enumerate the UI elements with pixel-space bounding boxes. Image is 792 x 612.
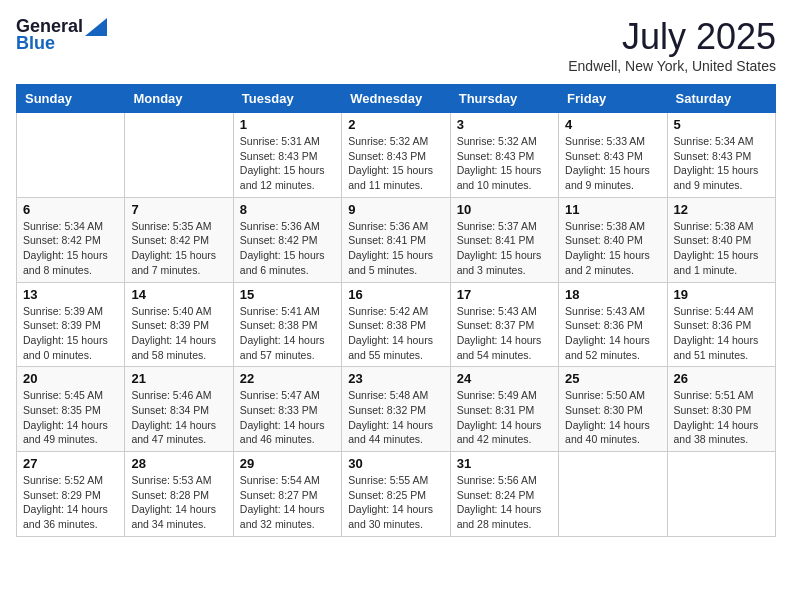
calendar-cell: 27Sunrise: 5:52 AM Sunset: 8:29 PM Dayli… (17, 452, 125, 537)
day-number: 11 (565, 202, 660, 217)
day-info: Sunrise: 5:33 AM Sunset: 8:43 PM Dayligh… (565, 134, 660, 193)
calendar-week-row: 20Sunrise: 5:45 AM Sunset: 8:35 PM Dayli… (17, 367, 776, 452)
day-number: 24 (457, 371, 552, 386)
day-info: Sunrise: 5:46 AM Sunset: 8:34 PM Dayligh… (131, 388, 226, 447)
day-number: 19 (674, 287, 769, 302)
day-number: 28 (131, 456, 226, 471)
calendar-cell: 5Sunrise: 5:34 AM Sunset: 8:43 PM Daylig… (667, 113, 775, 198)
day-info: Sunrise: 5:50 AM Sunset: 8:30 PM Dayligh… (565, 388, 660, 447)
calendar-cell: 14Sunrise: 5:40 AM Sunset: 8:39 PM Dayli… (125, 282, 233, 367)
calendar-week-row: 6Sunrise: 5:34 AM Sunset: 8:42 PM Daylig… (17, 197, 776, 282)
day-info: Sunrise: 5:43 AM Sunset: 8:37 PM Dayligh… (457, 304, 552, 363)
calendar-cell: 7Sunrise: 5:35 AM Sunset: 8:42 PM Daylig… (125, 197, 233, 282)
day-number: 13 (23, 287, 118, 302)
day-number: 22 (240, 371, 335, 386)
location-text: Endwell, New York, United States (568, 58, 776, 74)
title-area: July 2025 Endwell, New York, United Stat… (568, 16, 776, 74)
calendar-cell: 6Sunrise: 5:34 AM Sunset: 8:42 PM Daylig… (17, 197, 125, 282)
day-number: 3 (457, 117, 552, 132)
day-info: Sunrise: 5:41 AM Sunset: 8:38 PM Dayligh… (240, 304, 335, 363)
calendar-header-monday: Monday (125, 85, 233, 113)
calendar-cell: 1Sunrise: 5:31 AM Sunset: 8:43 PM Daylig… (233, 113, 341, 198)
day-info: Sunrise: 5:36 AM Sunset: 8:42 PM Dayligh… (240, 219, 335, 278)
calendar-cell (125, 113, 233, 198)
day-number: 25 (565, 371, 660, 386)
day-number: 18 (565, 287, 660, 302)
calendar-header-tuesday: Tuesday (233, 85, 341, 113)
day-number: 2 (348, 117, 443, 132)
calendar-cell: 30Sunrise: 5:55 AM Sunset: 8:25 PM Dayli… (342, 452, 450, 537)
day-number: 31 (457, 456, 552, 471)
calendar-cell (667, 452, 775, 537)
day-info: Sunrise: 5:32 AM Sunset: 8:43 PM Dayligh… (348, 134, 443, 193)
day-number: 1 (240, 117, 335, 132)
day-info: Sunrise: 5:42 AM Sunset: 8:38 PM Dayligh… (348, 304, 443, 363)
day-info: Sunrise: 5:31 AM Sunset: 8:43 PM Dayligh… (240, 134, 335, 193)
calendar-cell: 12Sunrise: 5:38 AM Sunset: 8:40 PM Dayli… (667, 197, 775, 282)
calendar-cell: 19Sunrise: 5:44 AM Sunset: 8:36 PM Dayli… (667, 282, 775, 367)
day-info: Sunrise: 5:38 AM Sunset: 8:40 PM Dayligh… (674, 219, 769, 278)
calendar-cell: 15Sunrise: 5:41 AM Sunset: 8:38 PM Dayli… (233, 282, 341, 367)
calendar-cell: 17Sunrise: 5:43 AM Sunset: 8:37 PM Dayli… (450, 282, 558, 367)
calendar-cell: 21Sunrise: 5:46 AM Sunset: 8:34 PM Dayli… (125, 367, 233, 452)
calendar-cell: 9Sunrise: 5:36 AM Sunset: 8:41 PM Daylig… (342, 197, 450, 282)
calendar-cell: 4Sunrise: 5:33 AM Sunset: 8:43 PM Daylig… (559, 113, 667, 198)
calendar-cell: 31Sunrise: 5:56 AM Sunset: 8:24 PM Dayli… (450, 452, 558, 537)
day-info: Sunrise: 5:56 AM Sunset: 8:24 PM Dayligh… (457, 473, 552, 532)
calendar-cell: 3Sunrise: 5:32 AM Sunset: 8:43 PM Daylig… (450, 113, 558, 198)
day-info: Sunrise: 5:43 AM Sunset: 8:36 PM Dayligh… (565, 304, 660, 363)
day-info: Sunrise: 5:48 AM Sunset: 8:32 PM Dayligh… (348, 388, 443, 447)
calendar-cell: 18Sunrise: 5:43 AM Sunset: 8:36 PM Dayli… (559, 282, 667, 367)
calendar-cell: 2Sunrise: 5:32 AM Sunset: 8:43 PM Daylig… (342, 113, 450, 198)
day-number: 29 (240, 456, 335, 471)
calendar-cell: 29Sunrise: 5:54 AM Sunset: 8:27 PM Dayli… (233, 452, 341, 537)
day-info: Sunrise: 5:36 AM Sunset: 8:41 PM Dayligh… (348, 219, 443, 278)
day-number: 6 (23, 202, 118, 217)
day-number: 12 (674, 202, 769, 217)
calendar-week-row: 27Sunrise: 5:52 AM Sunset: 8:29 PM Dayli… (17, 452, 776, 537)
day-info: Sunrise: 5:34 AM Sunset: 8:43 PM Dayligh… (674, 134, 769, 193)
day-number: 10 (457, 202, 552, 217)
page-header: General Blue July 2025 Endwell, New York… (16, 16, 776, 74)
calendar-cell (559, 452, 667, 537)
calendar-cell: 10Sunrise: 5:37 AM Sunset: 8:41 PM Dayli… (450, 197, 558, 282)
calendar-cell: 16Sunrise: 5:42 AM Sunset: 8:38 PM Dayli… (342, 282, 450, 367)
day-number: 5 (674, 117, 769, 132)
day-number: 20 (23, 371, 118, 386)
day-number: 17 (457, 287, 552, 302)
calendar-cell: 25Sunrise: 5:50 AM Sunset: 8:30 PM Dayli… (559, 367, 667, 452)
calendar-cell: 26Sunrise: 5:51 AM Sunset: 8:30 PM Dayli… (667, 367, 775, 452)
calendar-cell: 11Sunrise: 5:38 AM Sunset: 8:40 PM Dayli… (559, 197, 667, 282)
day-number: 7 (131, 202, 226, 217)
day-info: Sunrise: 5:39 AM Sunset: 8:39 PM Dayligh… (23, 304, 118, 363)
svg-marker-0 (85, 18, 107, 36)
day-info: Sunrise: 5:53 AM Sunset: 8:28 PM Dayligh… (131, 473, 226, 532)
day-info: Sunrise: 5:45 AM Sunset: 8:35 PM Dayligh… (23, 388, 118, 447)
calendar-cell: 22Sunrise: 5:47 AM Sunset: 8:33 PM Dayli… (233, 367, 341, 452)
month-title: July 2025 (568, 16, 776, 58)
day-number: 8 (240, 202, 335, 217)
day-number: 21 (131, 371, 226, 386)
day-number: 16 (348, 287, 443, 302)
day-number: 30 (348, 456, 443, 471)
calendar-cell (17, 113, 125, 198)
calendar-header-wednesday: Wednesday (342, 85, 450, 113)
day-number: 15 (240, 287, 335, 302)
calendar-header-saturday: Saturday (667, 85, 775, 113)
logo-blue-text: Blue (16, 33, 55, 54)
day-info: Sunrise: 5:35 AM Sunset: 8:42 PM Dayligh… (131, 219, 226, 278)
calendar-header-friday: Friday (559, 85, 667, 113)
calendar-table: SundayMondayTuesdayWednesdayThursdayFrid… (16, 84, 776, 537)
day-number: 14 (131, 287, 226, 302)
calendar-header-row: SundayMondayTuesdayWednesdayThursdayFrid… (17, 85, 776, 113)
calendar-cell: 8Sunrise: 5:36 AM Sunset: 8:42 PM Daylig… (233, 197, 341, 282)
day-info: Sunrise: 5:55 AM Sunset: 8:25 PM Dayligh… (348, 473, 443, 532)
day-number: 27 (23, 456, 118, 471)
logo: General Blue (16, 16, 107, 54)
day-info: Sunrise: 5:49 AM Sunset: 8:31 PM Dayligh… (457, 388, 552, 447)
calendar-cell: 13Sunrise: 5:39 AM Sunset: 8:39 PM Dayli… (17, 282, 125, 367)
day-number: 9 (348, 202, 443, 217)
calendar-cell: 23Sunrise: 5:48 AM Sunset: 8:32 PM Dayli… (342, 367, 450, 452)
day-info: Sunrise: 5:52 AM Sunset: 8:29 PM Dayligh… (23, 473, 118, 532)
day-info: Sunrise: 5:40 AM Sunset: 8:39 PM Dayligh… (131, 304, 226, 363)
